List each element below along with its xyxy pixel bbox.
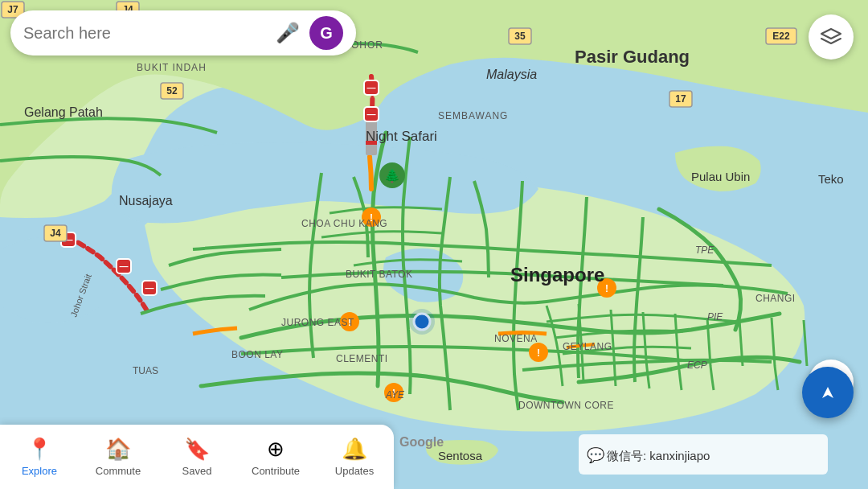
nav-label-updates: Updates [335, 465, 374, 477]
svg-text:TPE: TPE [695, 244, 714, 256]
svg-text:Teko: Teko [818, 172, 844, 186]
commute-icon: 🏠 [105, 437, 131, 462]
updates-icon: 🔔 [342, 437, 367, 462]
svg-text:Pasir Gudang: Pasir Gudang [575, 47, 690, 67]
nav-item-contribute[interactable]: ⊕ Contribute [248, 430, 304, 483]
nav-item-explore[interactable]: 📍 Explore [11, 430, 68, 483]
svg-text:!: ! [605, 283, 608, 294]
svg-text:BUKIT BATOK: BUKIT BATOK [346, 269, 413, 280]
svg-text:NOVENA: NOVENA [494, 333, 538, 344]
svg-text:🌲: 🌲 [384, 168, 400, 183]
layers-icon [820, 26, 842, 48]
svg-text:CHANGI: CHANGI [755, 293, 796, 304]
svg-text:52: 52 [166, 85, 178, 97]
svg-text:ECP: ECP [687, 360, 707, 371]
svg-text:—: — [367, 83, 376, 92]
nav-label-commute: Commute [96, 465, 141, 477]
svg-text:SEMBAWANG: SEMBAWANG [438, 110, 508, 121]
nav-label-saved: Saved [182, 465, 212, 477]
svg-text:GEYLANG: GEYLANG [563, 341, 612, 352]
nav-item-updates[interactable]: 🔔 Updates [326, 430, 383, 483]
svg-text:PIE: PIE [707, 311, 723, 323]
svg-text:TUAS: TUAS [133, 365, 158, 376]
svg-text:17: 17 [675, 93, 686, 105]
svg-text:Gelang Patah: Gelang Patah [24, 105, 103, 119]
nav-label-contribute: Contribute [252, 465, 300, 477]
explore-icon: 📍 [27, 437, 52, 462]
layer-button[interactable] [809, 14, 854, 60]
svg-text:—: — [367, 109, 376, 119]
avatar-button[interactable]: G [309, 16, 343, 50]
svg-text:Sentosa: Sentosa [438, 449, 483, 462]
search-input[interactable] [23, 24, 276, 43]
svg-text:Malaysia: Malaysia [486, 68, 537, 81]
directions-fab-button[interactable] [802, 367, 854, 418]
svg-text:BOON LAY: BOON LAY [231, 349, 283, 360]
svg-text:J4: J4 [50, 228, 61, 239]
avatar-letter: G [320, 24, 333, 43]
mic-icon[interactable]: 🎤 [276, 22, 300, 44]
svg-text:!: ! [537, 347, 540, 359]
svg-text:Singapore: Singapore [510, 264, 604, 286]
svg-text:—: — [120, 261, 129, 271]
svg-text:微信号: kanxinjiapo: 微信号: kanxinjiapo [607, 449, 710, 462]
svg-point-6 [409, 309, 435, 335]
svg-text:Night Safari: Night Safari [366, 129, 437, 144]
svg-text:JURONG EAST: JURONG EAST [281, 317, 354, 328]
svg-text:BUKIT INDAH: BUKIT INDAH [137, 62, 207, 73]
svg-text:—: — [145, 283, 154, 293]
nav-label-explore: Explore [22, 465, 57, 477]
svg-text:Nusajaya: Nusajaya [119, 194, 173, 208]
svg-text:AYE: AYE [385, 389, 405, 401]
svg-text:💬: 💬 [587, 446, 605, 464]
svg-text:Pulau Ubin: Pulau Ubin [691, 170, 750, 183]
svg-text:DOWNTOWN CORE: DOWNTOWN CORE [518, 400, 614, 411]
svg-text:CHOA CHU KANG: CHOA CHU KANG [301, 218, 387, 229]
svg-text:Google: Google [399, 435, 444, 449]
map-container: 🌲 ! ! ! ! ! — — — — — E22 35 [0, 0, 868, 489]
nav-item-saved[interactable]: 🔖 Saved [169, 430, 225, 483]
svg-text:J7: J7 [7, 4, 18, 15]
contribute-icon: ⊕ [267, 437, 285, 462]
svg-text:CLEMENTI: CLEMENTI [336, 353, 388, 364]
bottom-nav: 📍 Explore 🏠 Commute 🔖 Saved ⊕ Contribute… [0, 425, 394, 489]
search-bar[interactable]: 🎤 G [10, 10, 356, 55]
nav-item-commute[interactable]: 🏠 Commute [90, 430, 146, 483]
saved-icon: 🔖 [184, 437, 210, 462]
svg-text:35: 35 [514, 31, 526, 42]
directions-icon [816, 380, 840, 405]
svg-text:E22: E22 [772, 31, 790, 42]
